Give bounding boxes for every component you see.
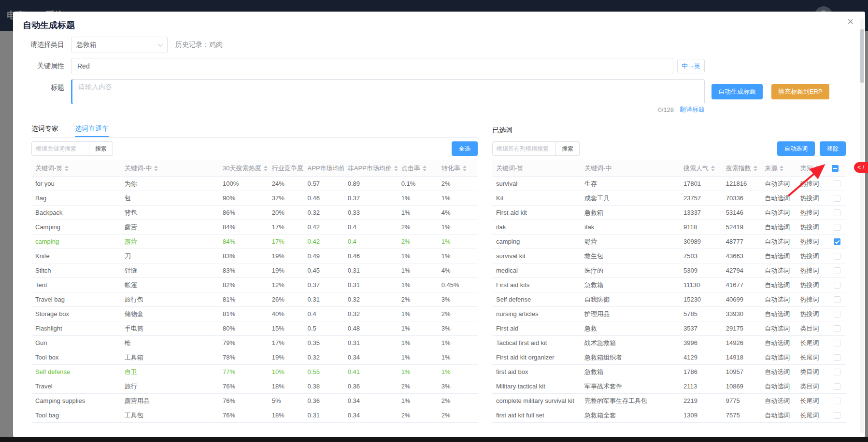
table-row[interactable]: first aid box急救箱178610957自动选词类目词 bbox=[492, 365, 846, 379]
translate-title-link[interactable]: 翻译标题 bbox=[680, 105, 705, 114]
row-checkbox[interactable] bbox=[834, 267, 840, 274]
row-checkbox[interactable] bbox=[834, 180, 840, 187]
tab-word-express[interactable]: 选词直通车 bbox=[75, 119, 109, 137]
table-row[interactable]: First aid急救353729175自动选词类目词 bbox=[492, 321, 846, 336]
table-row[interactable]: Self defense自卫77%10%0.550.411%1% bbox=[31, 365, 478, 379]
row-checkbox[interactable] bbox=[834, 238, 840, 245]
column-header[interactable]: 关键词-英 bbox=[31, 160, 121, 177]
row-checkbox[interactable] bbox=[834, 296, 840, 303]
table-row[interactable]: complete military survival kit完整的军事生存工具包… bbox=[492, 394, 846, 408]
scrollbar-thumb[interactable] bbox=[860, 29, 864, 83]
column-header[interactable]: 点击率 bbox=[398, 160, 438, 177]
table-row[interactable]: Gun枪79%17%0.350.311%1% bbox=[31, 336, 478, 350]
table-row[interactable]: Stitch针缝83%19%0.450.311%4% bbox=[31, 263, 478, 278]
translate-attr-button[interactable]: 中→英 bbox=[677, 59, 705, 73]
table-row[interactable]: Tactical first aid kit战术急救箱399614926自动选词… bbox=[492, 336, 846, 350]
row-checkbox[interactable] bbox=[834, 354, 840, 361]
table-row[interactable]: Camping露营84%17%0.420.42%1% bbox=[31, 220, 478, 235]
column-header[interactable]: 关键词-中 bbox=[121, 160, 219, 177]
column-header[interactable]: 来源 bbox=[761, 160, 796, 177]
column-header[interactable]: 搜索人气 bbox=[680, 160, 722, 177]
table-row[interactable]: Knife刀83%19%0.490.461%1% bbox=[31, 249, 478, 263]
row-checkbox[interactable] bbox=[834, 340, 840, 346]
title-textarea[interactable] bbox=[71, 79, 705, 104]
column-header[interactable]: APP市场均价 bbox=[304, 160, 344, 177]
column-header[interactable]: 关键词-中 bbox=[581, 160, 680, 177]
table-row[interactable]: survival生存17801121816自动选词热搜词 bbox=[492, 177, 846, 191]
remove-button[interactable]: 移除 bbox=[820, 141, 846, 156]
row-checkbox[interactable] bbox=[834, 398, 840, 404]
table-row[interactable]: camping野营3098948777自动选词热搜词 bbox=[492, 235, 846, 249]
sort-caret-icon[interactable] bbox=[154, 166, 158, 171]
sort-caret-icon[interactable] bbox=[264, 166, 268, 171]
checkbox-cell bbox=[828, 206, 846, 220]
generate-title-button[interactable]: 自动生成标题 bbox=[711, 84, 763, 99]
table-row[interactable]: Tent帐篷82%12%0.370.311%0.45% bbox=[31, 278, 478, 292]
row-checkbox[interactable] bbox=[834, 311, 840, 318]
row-checkbox[interactable] bbox=[834, 383, 840, 390]
table-row[interactable]: first aid kit full set急救箱全套13097575自动选词长… bbox=[492, 408, 846, 423]
table-row[interactable]: Bag包90%37%0.460.371%1% bbox=[31, 191, 478, 206]
column-header[interactable]: 行业竞争度 bbox=[268, 160, 304, 177]
table-row[interactable]: nursing articles护理用品578533930自动选词热搜词 bbox=[492, 307, 846, 321]
table-row[interactable]: Self defense自我防御1523040699自动选词热搜词 bbox=[492, 292, 846, 307]
right-search-input[interactable] bbox=[492, 141, 556, 156]
column-header[interactable]: 转化率 bbox=[438, 160, 478, 177]
table-row[interactable]: Military tactical kit军事战术套件211310869自动选词… bbox=[492, 379, 846, 394]
sort-caret-icon[interactable] bbox=[754, 166, 757, 171]
cell: 1% bbox=[438, 249, 478, 263]
auto-select-button[interactable]: 自动选词 bbox=[777, 141, 815, 156]
tab-word-expert[interactable]: 选词专家 bbox=[31, 119, 58, 137]
sort-caret-icon[interactable] bbox=[780, 166, 783, 171]
row-checkbox[interactable] bbox=[834, 224, 840, 231]
table-row[interactable]: First aid kits急救箱1113041677自动选词热搜词 bbox=[492, 278, 846, 292]
left-search-input[interactable] bbox=[31, 141, 89, 156]
table-row[interactable]: Storage box储物盒81%40%0.40.321%2% bbox=[31, 307, 478, 321]
sort-caret-icon[interactable] bbox=[423, 166, 427, 171]
sort-caret-icon[interactable] bbox=[711, 166, 715, 171]
row-checkbox[interactable] bbox=[834, 209, 840, 216]
select-all-checkbox[interactable] bbox=[832, 165, 839, 172]
select-all-button[interactable]: 全选 bbox=[452, 141, 478, 156]
table-row[interactable]: camping露营84%17%0.420.42%1% bbox=[31, 235, 478, 249]
table-row[interactable]: survival kit救生包750343663自动选词热搜词 bbox=[492, 249, 846, 263]
row-checkbox[interactable] bbox=[834, 282, 840, 289]
modal-header: 自动生成标题 × bbox=[23, 12, 846, 37]
row-checkbox[interactable] bbox=[834, 412, 840, 419]
column-header[interactable]: 类别 bbox=[796, 160, 828, 177]
column-header[interactable]: 30天搜索热度 bbox=[219, 160, 268, 177]
table-row[interactable]: First aid kit organizer急救箱组织者412914918自动… bbox=[492, 350, 846, 365]
row-checkbox[interactable] bbox=[834, 195, 840, 202]
attr-input[interactable] bbox=[71, 58, 673, 74]
checkbox-cell bbox=[828, 350, 846, 365]
right-search-button[interactable]: 搜索 bbox=[556, 141, 580, 156]
column-header[interactable]: 非APP市场均价 bbox=[344, 160, 398, 177]
left-search-button[interactable]: 搜索 bbox=[89, 141, 113, 156]
table-row[interactable]: Camping supplies露营用品76%5%0.360.341%2% bbox=[31, 394, 478, 408]
cell: 0.36 bbox=[344, 379, 398, 394]
table-row[interactable]: ifakifak911852419自动选词热搜词 bbox=[492, 220, 846, 235]
table-row[interactable]: Tool box工具箱78%19%0.320.341%1% bbox=[31, 350, 478, 365]
category-select[interactable]: 急救箱 bbox=[71, 37, 168, 53]
sort-caret-icon[interactable] bbox=[463, 166, 467, 171]
table-row[interactable]: for you为你100%24%0.570.890.1%2% bbox=[31, 177, 478, 191]
row-checkbox[interactable] bbox=[834, 369, 840, 375]
row-checkbox[interactable] bbox=[834, 325, 840, 332]
close-icon[interactable]: × bbox=[847, 16, 854, 27]
table-row[interactable]: First-aid kit急救箱1333753146自动选词热搜词 bbox=[492, 206, 846, 220]
table-row[interactable]: Kit成套工具2375770336自动选词热搜词 bbox=[492, 191, 846, 206]
column-header[interactable]: 关键词-英 bbox=[492, 160, 581, 177]
sort-caret-icon[interactable] bbox=[815, 166, 819, 171]
row-checkbox[interactable] bbox=[834, 253, 840, 260]
fill-erp-button[interactable]: 填充标题到ERP bbox=[771, 84, 829, 99]
table-row[interactable]: Tool bag工具包76%18%0.310.342%2% bbox=[31, 408, 478, 423]
sort-caret-icon[interactable] bbox=[394, 166, 398, 171]
table-row[interactable]: medical医疗的530942794自动选词热搜词 bbox=[492, 263, 846, 278]
table-row[interactable]: Travel旅行76%18%0.380.362%3% bbox=[31, 379, 478, 394]
edge-collapse-badge[interactable]: < / bbox=[854, 162, 868, 173]
table-row[interactable]: Backpack背包86%20%0.320.331%4% bbox=[31, 206, 478, 220]
table-row[interactable]: Travel bag旅行包81%26%0.310.322%3% bbox=[31, 292, 478, 307]
sort-caret-icon[interactable] bbox=[65, 166, 69, 171]
table-row[interactable]: Flashlight手电筒80%15%0.50.481%3% bbox=[31, 321, 478, 336]
column-header[interactable]: 搜索指数 bbox=[722, 160, 761, 177]
